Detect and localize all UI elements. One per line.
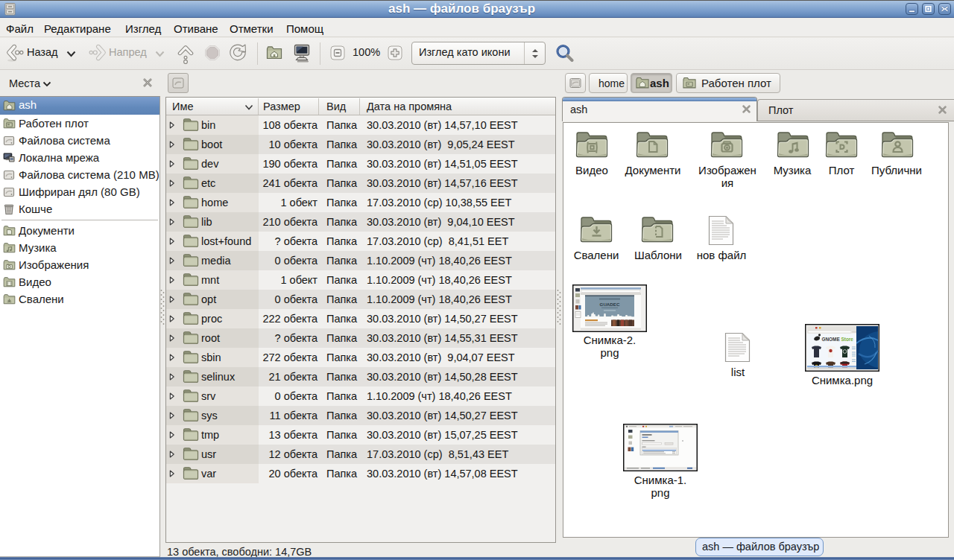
svg-text:Store: Store <box>841 337 854 342</box>
svg-text:GNOME: GNOME <box>822 337 841 342</box>
svg-text:GUADEC: GUADEC <box>600 302 620 307</box>
